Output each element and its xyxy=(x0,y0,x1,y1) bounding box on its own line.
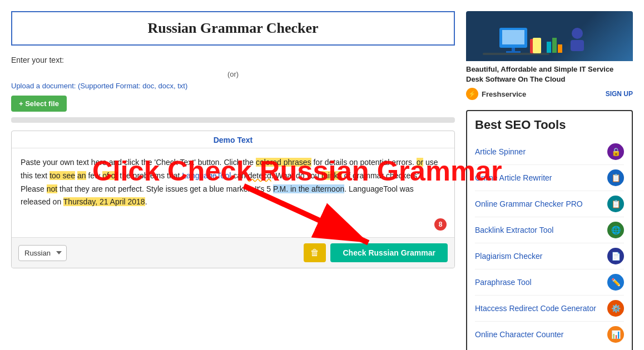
demo-text-header: Demo Text xyxy=(12,131,454,148)
ad-image xyxy=(466,11,633,61)
svg-rect-11 xyxy=(552,38,557,53)
svg-rect-14 xyxy=(571,40,584,51)
svg-point-13 xyxy=(572,28,583,39)
action-buttons: 🗑 Check Russian Grammar xyxy=(304,243,448,262)
title-box: Russian Grammar Checker xyxy=(11,11,455,46)
ad-brand-row: ⚡ Freshservice SIGN UP xyxy=(466,86,633,102)
seo-tool-item[interactable]: Paraphrase Tool ✏️ xyxy=(475,269,624,296)
seo-tool-name: Online Grammar Checker PRO xyxy=(475,199,583,208)
brand-icon: ⚡ xyxy=(466,88,478,100)
seo-tool-name: Plagiarism Checker xyxy=(475,252,542,261)
ad-caption: Beautiful, Affordable and Simple IT Serv… xyxy=(466,61,633,86)
seo-tools-title: Best SEO Tools xyxy=(475,118,624,132)
seo-tool-name: Paraphrase Tool xyxy=(475,278,532,287)
seo-tool-item[interactable]: Online Article Rewriter 📋 xyxy=(475,165,624,191)
sidebar: Beautiful, Affordable and Simple IT Serv… xyxy=(466,11,633,350)
enter-text-label: Enter your text: xyxy=(11,56,455,64)
svg-rect-6 xyxy=(506,51,521,53)
demo-text-content[interactable]: Paste your own text here and click the '… xyxy=(12,148,454,237)
signup-link[interactable]: SIGN UP xyxy=(606,90,633,98)
seo-tools-box: Best SEO Tools Article Spinner 🔒 Online … xyxy=(466,110,633,350)
main-content: Russian Grammar Checker Enter your text:… xyxy=(11,11,455,350)
page-title: Russian Grammar Checker xyxy=(23,20,443,37)
seo-tool-item[interactable]: Backlink Extractor Tool 🌐 xyxy=(475,217,624,243)
trash-button[interactable]: 🗑 xyxy=(304,243,326,262)
seo-tool-name: Htaccess Redirect Code Generator xyxy=(475,304,596,313)
seo-tool-icon: 📋 xyxy=(607,196,624,212)
seo-tool-icon: 🌐 xyxy=(607,222,624,238)
seo-tool-icon: ✏️ xyxy=(607,274,624,291)
seo-tool-item[interactable]: Article Spinner 🔒 xyxy=(475,139,624,165)
seo-tool-item[interactable]: Online Character Counter 📊 xyxy=(475,322,624,347)
select-file-button[interactable]: + Select file xyxy=(11,96,67,112)
demo-text-wrapper: Demo Text Paste your own text here and c… xyxy=(11,131,455,268)
seo-tool-icon: 📄 xyxy=(607,248,624,264)
svg-rect-12 xyxy=(558,44,562,53)
seo-tool-name: Article Spinner xyxy=(475,147,526,156)
svg-rect-10 xyxy=(547,42,551,53)
seo-tool-name: Online Article Rewriter xyxy=(475,173,552,182)
seo-tool-icon: 📊 xyxy=(607,326,624,343)
colored-phrase-1[interactable]: colored phrases xyxy=(256,158,311,167)
progress-bar xyxy=(11,117,455,123)
svg-rect-4 xyxy=(502,30,524,44)
upload-label: Upload a document: (Supported Format: do… xyxy=(11,82,187,90)
seo-tool-item[interactable]: Plagiarism Checker 📄 xyxy=(475,243,624,269)
svg-rect-9 xyxy=(533,38,541,53)
or-row: (or) xyxy=(11,70,455,78)
brand-name: Freshservice xyxy=(482,90,526,98)
seo-tool-icon: 🔒 xyxy=(607,143,624,160)
demo-text-area: Demo Text Paste your own text here and c… xyxy=(11,131,455,268)
upload-row: Upload a document: (Supported Format: do… xyxy=(11,82,455,90)
seo-tool-item[interactable]: Htaccess Redirect Code Generator ⚙️ xyxy=(475,296,624,322)
seo-tool-icon: ⚙️ xyxy=(607,300,624,317)
ad-brand: ⚡ Freshservice xyxy=(466,88,526,100)
demo-text-static: Paste your own text here and click the '… xyxy=(21,158,256,167)
ad-illustration xyxy=(483,17,616,61)
svg-rect-5 xyxy=(512,48,515,51)
seo-tool-icon: 📋 xyxy=(607,169,624,186)
bottom-bar: Russian 🗑 Check Russian Grammar xyxy=(12,237,454,268)
seo-tool-name: Online Character Counter xyxy=(475,330,564,339)
language-select[interactable]: Russian xyxy=(18,245,67,261)
ad-block: Beautiful, Affordable and Simple IT Serv… xyxy=(466,11,633,102)
seo-tool-item[interactable]: Online Grammar Checker PRO 📋 xyxy=(475,191,624,217)
error-badge: 8 xyxy=(434,218,447,231)
seo-tool-name: Backlink Extractor Tool xyxy=(475,226,553,234)
seo-tools-list: Article Spinner 🔒 Online Article Rewrite… xyxy=(475,139,624,347)
check-grammar-button[interactable]: Check Russian Grammar xyxy=(330,243,448,262)
